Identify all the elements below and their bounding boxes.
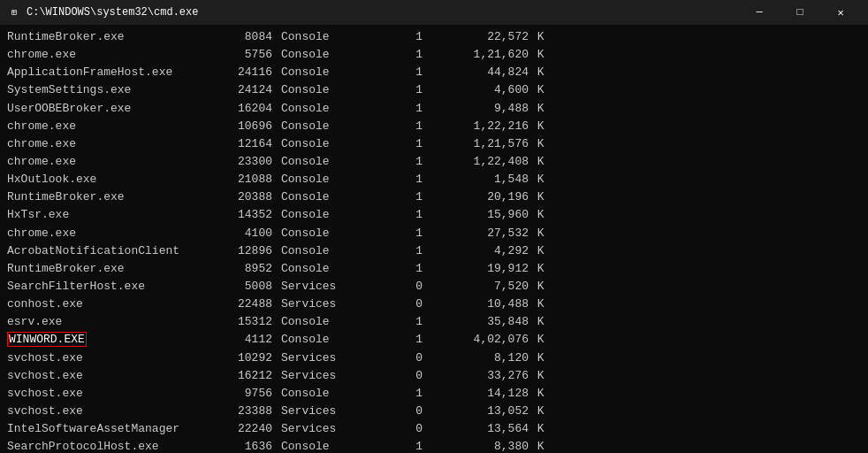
process-pid: 9756	[210, 385, 272, 403]
process-session-num: 1	[369, 225, 423, 242]
process-pid: 5008	[210, 278, 272, 296]
title-bar-left: ⊞ C:\WINDOWS\system32\cmd.exe	[7, 5, 198, 19]
process-mem: 4,02,076	[423, 331, 529, 349]
process-pid: 16212	[210, 367, 272, 385]
process-session: Services	[272, 278, 369, 296]
process-mem-unit: K	[529, 367, 544, 385]
process-name: conhost.exe	[7, 296, 210, 313]
process-pid: 12896	[210, 242, 272, 260]
process-pid: 4112	[210, 331, 272, 349]
process-pid: 22488	[210, 296, 272, 313]
table-row: svchost.exe10292Services08,120 K	[7, 349, 861, 367]
process-session: Console	[272, 313, 369, 331]
process-session-num: 0	[369, 367, 423, 385]
process-mem: 1,548	[423, 171, 529, 188]
process-name: svchost.exe	[7, 385, 210, 403]
process-session: Console	[272, 438, 369, 453]
process-session: Console	[272, 46, 369, 64]
process-session: Console	[272, 118, 369, 135]
process-pid: 16204	[210, 100, 272, 118]
table-row: HxOutlook.exe21088Console11,548 K	[7, 171, 861, 188]
process-session: Services	[272, 296, 369, 313]
process-session: Console	[272, 331, 369, 349]
process-mem: 15,960	[423, 206, 529, 224]
table-row: conhost.exe22488Services010,488 K	[7, 296, 861, 313]
process-session-num: 1	[369, 135, 423, 153]
table-row: chrome.exe10696Console11,22,216 K	[7, 118, 861, 135]
process-mem-unit: K	[529, 403, 544, 420]
process-session: Console	[272, 171, 369, 188]
process-mem: 10,488	[423, 296, 529, 313]
table-row: chrome.exe4100Console127,532 K	[7, 225, 861, 242]
process-name: chrome.exe	[7, 153, 210, 171]
process-name: SearchProtocolHost.exe	[7, 438, 210, 453]
process-session: Console	[272, 206, 369, 224]
process-name: svchost.exe	[7, 349, 210, 367]
process-pid: 8952	[210, 260, 272, 278]
process-session: Console	[272, 242, 369, 260]
table-row: WINWORD.EXE4112Console14,02,076 K	[7, 331, 861, 349]
process-session-num: 1	[369, 46, 423, 64]
process-mem: 44,824	[423, 64, 529, 81]
process-mem: 7,520	[423, 278, 529, 296]
cmd-output: RuntimeBroker.exe8084Console122,572 Kchr…	[0, 25, 868, 453]
process-mem-unit: K	[529, 420, 544, 438]
process-name: HxOutlook.exe	[7, 171, 210, 188]
maximize-button[interactable]: □	[780, 0, 820, 25]
process-pid: 4100	[210, 225, 272, 242]
process-mem-unit: K	[529, 28, 544, 46]
process-session-num: 1	[369, 64, 423, 81]
process-pid: 1636	[210, 438, 272, 453]
process-session: Services	[272, 349, 369, 367]
process-session: Console	[272, 64, 369, 81]
process-mem: 27,532	[423, 225, 529, 242]
process-pid: 24116	[210, 64, 272, 81]
process-mem-unit: K	[529, 225, 544, 242]
process-mem: 1,22,408	[423, 153, 529, 171]
process-session-num: 1	[369, 331, 423, 349]
process-mem-unit: K	[529, 242, 544, 260]
table-row: svchost.exe23388Services013,052 K	[7, 403, 861, 420]
process-mem: 35,848	[423, 313, 529, 331]
table-row: chrome.exe5756Console11,21,620 K	[7, 46, 861, 64]
close-button[interactable]: ✕	[820, 0, 861, 25]
process-session-num: 1	[369, 206, 423, 224]
process-mem-unit: K	[529, 313, 544, 331]
table-row: ApplicationFrameHost.exe24116Console144,…	[7, 64, 861, 81]
process-session-num: 1	[369, 188, 423, 206]
process-session: Console	[272, 188, 369, 206]
process-mem-unit: K	[529, 64, 544, 81]
process-mem: 33,276	[423, 367, 529, 385]
process-name: RuntimeBroker.exe	[7, 260, 210, 278]
process-mem: 13,052	[423, 403, 529, 420]
table-row: chrome.exe23300Console11,22,408 K	[7, 153, 861, 171]
process-session-num: 1	[369, 438, 423, 453]
process-mem: 8,120	[423, 349, 529, 367]
table-row: SystemSettings.exe24124Console14,600 K	[7, 81, 861, 99]
minimize-button[interactable]: —	[739, 0, 780, 25]
process-session-num: 0	[369, 403, 423, 420]
process-session-num: 0	[369, 296, 423, 313]
process-mem-unit: K	[529, 260, 544, 278]
process-session-num: 1	[369, 260, 423, 278]
table-row: IntelSoftwareAssetManager22240Services01…	[7, 420, 861, 438]
process-mem-unit: K	[529, 153, 544, 171]
process-session: Console	[272, 225, 369, 242]
process-name: SystemSettings.exe	[7, 81, 210, 99]
process-mem-unit: K	[529, 385, 544, 403]
process-mem: 1,22,216	[423, 118, 529, 135]
process-session-num: 1	[369, 242, 423, 260]
table-row: RuntimeBroker.exe8952Console119,912 K	[7, 260, 861, 278]
process-session: Console	[272, 81, 369, 99]
process-session-num: 1	[369, 28, 423, 46]
process-name: svchost.exe	[7, 403, 210, 420]
process-mem: 1,21,620	[423, 46, 529, 64]
process-mem: 14,128	[423, 385, 529, 403]
process-session: Console	[272, 28, 369, 46]
process-session: Console	[272, 153, 369, 171]
process-pid: 22240	[210, 420, 272, 438]
process-mem-unit: K	[529, 206, 544, 224]
process-session: Console	[272, 100, 369, 118]
process-session-num: 1	[369, 171, 423, 188]
process-name: chrome.exe	[7, 46, 210, 64]
